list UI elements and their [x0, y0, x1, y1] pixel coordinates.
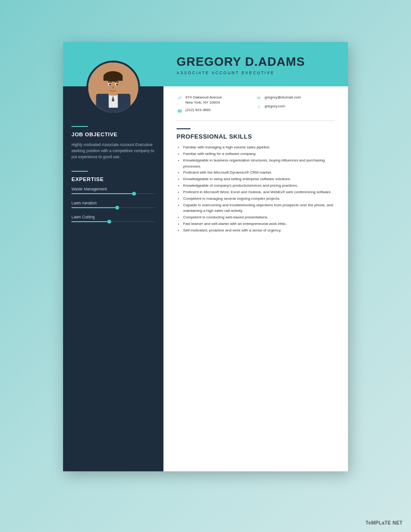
- skills-list-item: Fast learner and self-starter with an en…: [183, 221, 335, 227]
- skill-bar-dot: [107, 220, 111, 224]
- location-icon: ☍: [177, 95, 183, 101]
- address-line2: New York, NY 10004: [185, 100, 220, 105]
- phone-item: ☎ (212) 623-3681: [177, 107, 256, 114]
- person-name: GREGORY D.ADAMS: [177, 55, 335, 69]
- skill-item: Lawn Aeration: [71, 201, 155, 208]
- avatar: [86, 61, 140, 114]
- svg-point-11: [116, 84, 118, 86]
- website-item: ☉ gregory.com: [256, 104, 335, 110]
- address-text: 974 Oakwood Avenue New York, NY 10004: [185, 95, 222, 105]
- website-text: gregory.com: [265, 104, 285, 109]
- skill-label: Waste Management: [71, 187, 155, 191]
- phone-text: (212) 623-3681: [185, 107, 211, 112]
- contact-col-left: ☍ 974 Oakwood Avenue New York, NY 10004 …: [177, 95, 256, 114]
- svg-point-10: [109, 84, 111, 86]
- skill-item: Waste Management: [71, 187, 155, 194]
- skills-list-item: Capable in overcoming and troubleshootin…: [183, 203, 335, 214]
- svg-point-16: [121, 83, 124, 88]
- address-line1: 974 Oakwood Avenue: [185, 95, 222, 99]
- skill-bar-fill: [71, 221, 109, 222]
- contact-row: ☍ 974 Oakwood Avenue New York, NY 10004 …: [177, 95, 335, 121]
- skills-list-item: Familiar with managing a high volume sal…: [183, 145, 335, 150]
- skill-bar-fill: [71, 207, 117, 208]
- watermark: TeMPLaTE NET: [366, 520, 403, 525]
- sidebar: JOB OBJECTIVE Highly motivated Associate…: [63, 42, 163, 471]
- skill-bar-bg: [71, 221, 155, 222]
- resume-card: JOB OBJECTIVE Highly motivated Associate…: [63, 42, 348, 471]
- skills-list: Familiar with managing a high volume sal…: [177, 145, 335, 233]
- professional-skills-title: PROFESSIONAL SKILLS: [177, 133, 335, 140]
- main-content: GREGORY D.ADAMS ASSOCIATE ACCOUNT EXECUT…: [163, 42, 348, 471]
- main-body: ☍ 974 Oakwood Avenue New York, NY 10004 …: [163, 86, 348, 471]
- job-objective-title: JOB OBJECTIVE: [71, 132, 155, 137]
- avatar-image: [88, 61, 138, 114]
- expertise-section: Waste Management Lawn Aeration Lawn Cutt…: [71, 187, 155, 222]
- job-objective-text: Highly motivated Associate Account Execu…: [71, 142, 155, 161]
- email-text: gregory@stumail.com: [265, 95, 301, 100]
- skills-list-item: Self-motivated, proactive and work with …: [183, 228, 335, 233]
- skill-item: Lawn Cutting: [71, 215, 155, 222]
- skills-list-item: Competent in managing several ongoing co…: [183, 196, 335, 202]
- skills-list-item: Knowledgeable in using and selling enter…: [183, 176, 335, 182]
- expertise-title: EXPERTISE: [71, 176, 155, 182]
- skill-bar-fill: [71, 193, 134, 194]
- svg-rect-7: [104, 77, 123, 81]
- skill-bar-bg: [71, 207, 155, 208]
- skills-list-item: Knowledgeable in business organization s…: [183, 158, 335, 169]
- skill-label: Lawn Cutting: [71, 215, 155, 219]
- person-title: ASSOCIATE ACCOUNT EXECUTIVE: [177, 70, 335, 75]
- main-header: GREGORY D.ADAMS ASSOCIATE ACCOUNT EXECUT…: [163, 42, 348, 86]
- phone-icon: ☎: [177, 108, 183, 114]
- svg-point-14: [112, 86, 114, 89]
- email-icon: ✉: [256, 95, 262, 101]
- skills-divider: [177, 128, 191, 129]
- sidebar-content: JOB OBJECTIVE Highly motivated Associate…: [63, 114, 163, 238]
- skills-list-item: Knowledgeable of company's products/serv…: [183, 183, 335, 189]
- skills-list-item: Proficient with the Microsoft Dynamics® …: [183, 170, 335, 175]
- svg-rect-12: [108, 82, 112, 83]
- contact-col-right: ✉ gregory@stumail.com ☉ gregory.com: [256, 95, 335, 114]
- skill-label: Lawn Aeration: [71, 201, 155, 205]
- address-item: ☍ 974 Oakwood Avenue New York, NY 10004: [177, 95, 256, 105]
- skill-bar-bg: [71, 193, 155, 194]
- skill-bar-dot: [132, 192, 136, 196]
- skills-list-item: Familiar with selling for a software com…: [183, 151, 335, 157]
- skill-bar-dot: [115, 206, 119, 210]
- email-item: ✉ gregory@stumail.com: [256, 95, 335, 101]
- skills-list-item: Proficient in Microsoft Word, Excel and …: [183, 189, 335, 195]
- svg-rect-13: [115, 82, 119, 83]
- svg-point-15: [102, 83, 105, 88]
- website-icon: ☉: [256, 104, 262, 110]
- skills-list-item: Competent in conducting web-based presen…: [183, 215, 335, 220]
- sidebar-divider-2: [71, 171, 88, 172]
- sidebar-divider-1: [71, 126, 88, 127]
